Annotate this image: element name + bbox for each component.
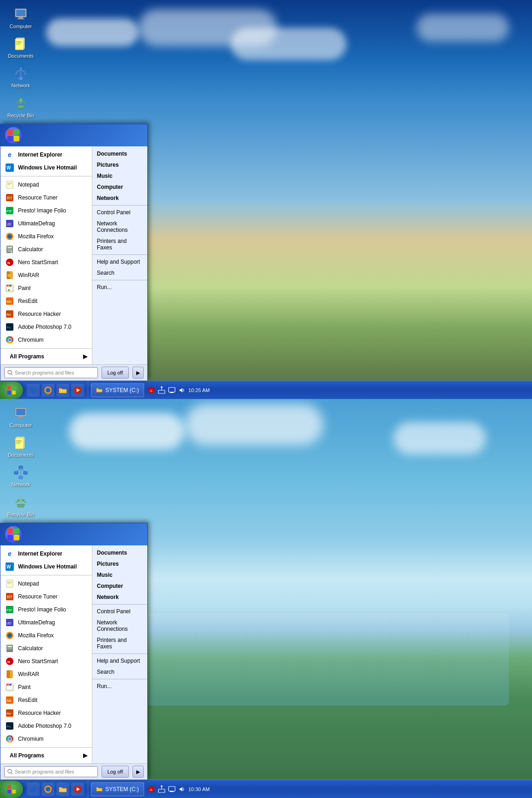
start-button-1[interactable]	[0, 381, 23, 399]
svg-text:RT: RT	[7, 595, 12, 599]
menu-notepad-2[interactable]: Notepad	[0, 577, 92, 590]
menu-internet-explorer-2[interactable]: e Internet Explorer	[0, 547, 92, 560]
menu-chromium-1[interactable]: Chromium	[0, 333, 92, 346]
tray-volume-2[interactable]	[178, 786, 186, 793]
menu-right-printers-2[interactable]: Printers and Faxes	[92, 635, 147, 652]
menu-chromium-2[interactable]: Chromium	[0, 732, 92, 745]
shutdown-arrow-button-2[interactable]: ▶	[133, 766, 144, 778]
quicklaunch-media-1[interactable]	[71, 384, 84, 397]
svg-point-70	[161, 387, 163, 388]
desktop-icon-computer[interactable]: Computer	[5, 5, 37, 32]
menu-hotmail-2[interactable]: W Windows Live Hotmail	[0, 560, 92, 573]
search-box-1[interactable]: Search programs and files	[4, 367, 98, 378]
tray-volume-1[interactable]	[178, 387, 186, 394]
menu-internet-explorer-1[interactable]: e Internet Explorer	[0, 148, 92, 161]
menu-right-controlpanel-2[interactable]: Control Panel	[92, 606, 147, 617]
quicklaunch-firefox-2[interactable]	[42, 783, 54, 796]
logo-q1	[7, 129, 13, 135]
quicklaunch-firefox-1[interactable]	[42, 384, 54, 397]
desktop-icon-computer-2[interactable]: Computer	[5, 404, 37, 431]
logo-q2	[14, 129, 19, 135]
menu-right-music-1[interactable]: Music	[92, 170, 147, 181]
quicklaunch-ie-1[interactable]: e	[27, 384, 40, 397]
start-button-2[interactable]	[0, 780, 23, 798]
menu-presto-2[interactable]: PIF Presto! Image Folio	[0, 603, 92, 616]
menu-calculator-1[interactable]: Calculator	[0, 243, 92, 256]
tray-network-icon-1[interactable]	[158, 387, 165, 394]
menu-resource-tuner-2[interactable]: RT Resource Tuner	[0, 590, 92, 603]
menu-ultimatedefrag-1[interactable]: UD UltimateDefrag	[0, 217, 92, 230]
desktop-icon-documents[interactable]: Documents	[5, 34, 37, 61]
menu-right-help-2[interactable]: Help and Support	[92, 655, 147, 666]
menu-resedit-1[interactable]: RE ResEdit	[0, 295, 92, 308]
menu-right-computer-1[interactable]: Computer	[92, 181, 147, 193]
menu-resedit-2[interactable]: RE ResEdit	[0, 694, 92, 707]
menu-right-pictures-2[interactable]: Pictures	[92, 558, 147, 569]
menu-right-pictures-1[interactable]: Pictures	[92, 159, 147, 170]
task-folder-icon-2	[96, 786, 103, 792]
menu-divider-recent-2	[0, 747, 92, 748]
tray-display-icon-2[interactable]	[168, 786, 175, 793]
tray-display-icon-1[interactable]	[168, 387, 175, 394]
menu-right-network-2[interactable]: Network	[92, 592, 147, 603]
quicklaunch-folder-1[interactable]	[56, 384, 69, 397]
menu-right-div2-2	[92, 653, 147, 654]
menu-nero-1[interactable]: N Nero StartSmart	[0, 256, 92, 269]
tray-antivirus-1[interactable]: G	[148, 387, 155, 394]
taskbar-task-system-1[interactable]: SYSTEM (C:)	[91, 383, 144, 397]
desktop-icon-network[interactable]: Network	[5, 64, 37, 91]
menu-right-documents-1[interactable]: Documents	[92, 148, 147, 159]
menu-hotmail-1[interactable]: W Windows Live Hotmail	[0, 161, 92, 174]
menu-ultimatedefrag-2[interactable]: UD UltimateDefrag	[0, 616, 92, 629]
desktop-icon-documents-2[interactable]: Documents	[5, 433, 37, 460]
menu-divider-pinned-2	[0, 575, 92, 575]
shutdown-arrow-button-1[interactable]: ▶	[133, 367, 144, 379]
svg-rect-9	[16, 41, 22, 42]
menu-resource-hacker-2[interactable]: RH Resource Hacker	[0, 707, 92, 719]
menu-notepad-1[interactable]: Notepad	[0, 178, 92, 191]
menu-right-printers-1[interactable]: Printers and Faxes	[92, 236, 147, 253]
menu-photoshop-1[interactable]: Ps Adobe Photoshop 7.0	[0, 320, 92, 333]
menu-right-network-1[interactable]: Network	[92, 193, 147, 204]
taskbar-task-system-2[interactable]: SYSTEM (C:)	[91, 782, 144, 796]
logoff-button-1[interactable]: Log off	[102, 367, 129, 379]
desktop-icon-network-2[interactable]: Network	[5, 463, 37, 490]
menu-presto-1[interactable]: PIF Presto! Image Folio	[0, 204, 92, 217]
menu-right-run-2[interactable]: Run...	[92, 681, 147, 692]
menu-all-programs-1[interactable]: All Programs ▶	[0, 351, 92, 363]
menu-right-run-1[interactable]: Run...	[92, 282, 147, 293]
menu-all-programs-2[interactable]: All Programs ▶	[0, 750, 92, 762]
menu-paint-1[interactable]: Paint	[0, 282, 92, 295]
quicklaunch-folder-2[interactable]	[56, 783, 69, 796]
quicklaunch-media-2[interactable]	[71, 783, 84, 796]
tray-network-icon-2[interactable]	[158, 786, 165, 793]
menu-resource-hacker-1[interactable]: RH Resource Hacker	[0, 308, 92, 320]
menu-right-computer-2[interactable]: Computer	[92, 580, 147, 592]
menu-right-controlpanel-1[interactable]: Control Panel	[92, 207, 147, 218]
menu-right-search-2[interactable]: Search	[92, 666, 147, 677]
menu-firefox-2[interactable]: Mozilla Firefox	[0, 629, 92, 642]
logoff-button-2[interactable]: Log off	[102, 766, 129, 778]
menu-resource-tuner-1[interactable]: RT Resource Tuner	[0, 191, 92, 204]
quicklaunch-ie-2[interactable]: e	[27, 783, 40, 796]
menu-divider-pinned-1	[0, 176, 92, 176]
logo-q3	[7, 136, 13, 141]
menu-winrar-2[interactable]: WinRAR	[0, 668, 92, 681]
menu-calculator-2[interactable]: Calculator	[0, 642, 92, 655]
menu-right-help-1[interactable]: Help and Support	[92, 256, 147, 267]
tray-antivirus-2[interactable]: G	[148, 786, 155, 793]
menu-winrar-1[interactable]: W WinRAR	[0, 269, 92, 282]
desktop-icon-recycle[interactable]: Recycle Bin	[5, 94, 37, 121]
svg-point-136	[161, 786, 163, 787]
menu-right-search-1[interactable]: Search	[92, 267, 147, 278]
menu-right-music-2[interactable]: Music	[92, 569, 147, 580]
menu-right-netconn-1[interactable]: Network Connections	[92, 218, 147, 236]
menu-right-documents-2[interactable]: Documents	[92, 547, 147, 558]
search-box-2[interactable]: Search programs and files	[4, 766, 98, 777]
menu-firefox-1[interactable]: Mozilla Firefox	[0, 230, 92, 243]
menu-nero-2[interactable]: N Nero StartSmart	[0, 655, 92, 668]
menu-paint-2[interactable]: Paint	[0, 681, 92, 694]
menu-photoshop-2[interactable]: Ps Adobe Photoshop 7.0	[0, 719, 92, 732]
menu-right-netconn-2[interactable]: Network Connections	[92, 617, 147, 635]
desktop-icon-recycle-2[interactable]: Recycle Bin	[5, 493, 37, 520]
